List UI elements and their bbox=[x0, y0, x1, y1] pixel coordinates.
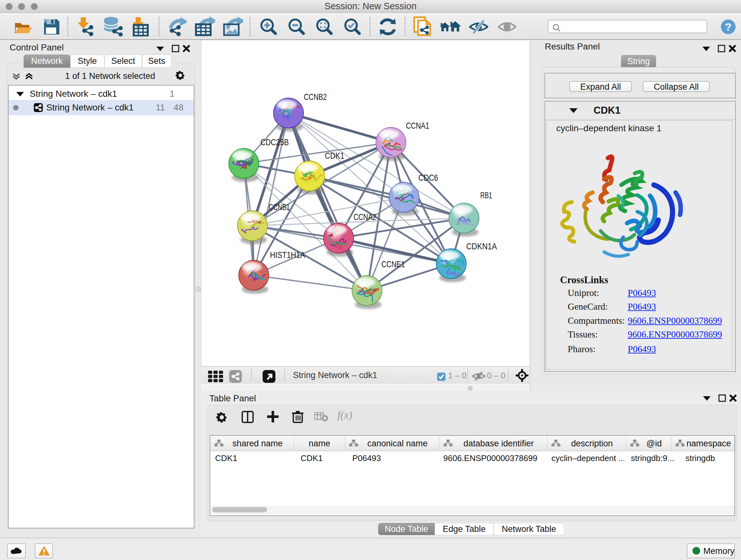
svg-text:?: ? bbox=[725, 21, 732, 33]
svg-text:CDC25B: CDC25B bbox=[260, 137, 289, 147]
svg-text:CCNB1: CCNB1 bbox=[269, 202, 290, 212]
svg-text:CCNA2: CCNA2 bbox=[354, 212, 376, 222]
svg-text:CCNA1: CCNA1 bbox=[406, 121, 429, 131]
svg-text:CDC6: CDC6 bbox=[418, 173, 438, 183]
svg-text:CDKN1A: CDKN1A bbox=[466, 241, 497, 251]
svg-text:CCNB2: CCNB2 bbox=[304, 92, 327, 102]
svg-text:CDK1: CDK1 bbox=[325, 151, 344, 161]
svg-text:CCNE1: CCNE1 bbox=[381, 259, 405, 269]
svg-text:HIST1H1A: HIST1H1A bbox=[270, 250, 305, 260]
svg-text:RB1: RB1 bbox=[480, 190, 492, 200]
